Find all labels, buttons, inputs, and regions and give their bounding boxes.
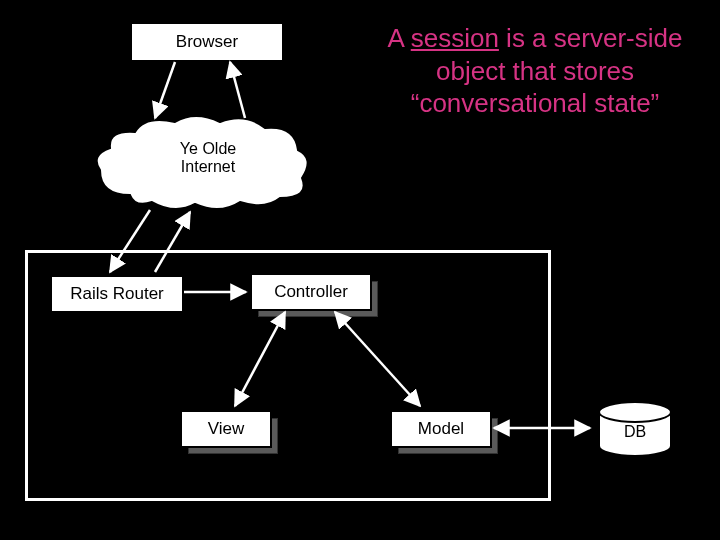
- browser-label: Browser: [176, 32, 238, 52]
- router-label: Rails Router: [70, 284, 164, 304]
- svg-point-1: [599, 402, 671, 422]
- controller-node: Controller: [250, 273, 372, 311]
- router-node: Rails Router: [50, 275, 184, 313]
- browser-node: Browser: [130, 22, 284, 62]
- db-label: DB: [595, 423, 675, 441]
- model-node: Model: [390, 410, 492, 448]
- internet-label: Ye Olde Internet: [168, 140, 248, 176]
- controller-label: Controller: [274, 282, 348, 302]
- view-node: View: [180, 410, 272, 448]
- model-label: Model: [418, 419, 464, 439]
- diagram-stage: Ye Olde Internet Browser A session is a …: [0, 0, 720, 540]
- caption-text: A session is a server-side object that s…: [385, 22, 685, 120]
- view-label: View: [208, 419, 245, 439]
